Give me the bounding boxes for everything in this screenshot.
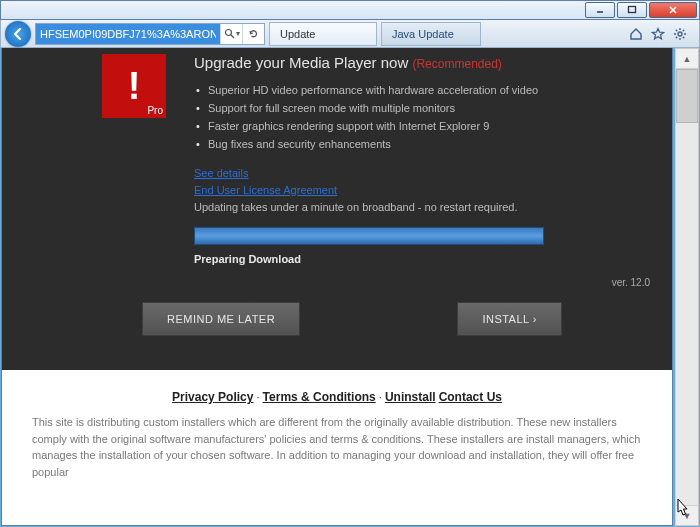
gear-icon	[673, 27, 687, 41]
toolbar-right	[621, 27, 695, 41]
action-row: REMIND ME LATER INSTALL ›	[2, 288, 672, 350]
home-icon	[629, 27, 643, 41]
window-controls	[585, 2, 697, 18]
upgrade-heading: Upgrade your Media Player now (Recommend…	[194, 54, 652, 71]
svg-line-14	[683, 29, 684, 30]
privacy-link[interactable]: Privacy Policy	[172, 390, 253, 404]
feature-item: Bug fixes and security enhancements	[194, 135, 652, 153]
url-input[interactable]	[36, 24, 220, 44]
install-button[interactable]: INSTALL ›	[457, 302, 562, 336]
svg-point-6	[678, 32, 682, 36]
address-bar: ▾	[35, 23, 265, 45]
tab-java-update[interactable]: Java Update	[381, 22, 481, 46]
tab-update[interactable]: Update	[269, 22, 377, 46]
browser-toolbar: ▾ Update Java Update	[0, 20, 700, 48]
progress-status: Preparing Download	[194, 253, 652, 265]
recommended-label: (Recommended)	[412, 57, 501, 71]
see-details-link[interactable]: See details	[194, 165, 652, 182]
exclamation-icon: !	[128, 67, 141, 105]
svg-rect-1	[629, 7, 636, 13]
svg-line-5	[231, 35, 234, 38]
refresh-icon	[248, 28, 259, 39]
window-titlebar	[0, 0, 700, 20]
close-button[interactable]	[649, 2, 697, 18]
update-note: Updating takes under a minute on broadba…	[194, 201, 652, 213]
scroll-thumb[interactable]	[676, 69, 698, 123]
search-icon	[224, 28, 235, 39]
minimize-button[interactable]	[585, 2, 615, 18]
svg-line-11	[676, 29, 677, 30]
alert-badge: ! Pro	[102, 54, 166, 118]
feature-item: Superior HD video performance with hardw…	[194, 81, 652, 99]
terms-link[interactable]: Terms & Conditions	[263, 390, 376, 404]
tools-button[interactable]	[673, 27, 687, 41]
feature-item: Faster graphics rendering support with I…	[194, 117, 652, 135]
version-label: ver. 12.0	[2, 275, 672, 288]
search-button[interactable]: ▾	[220, 24, 242, 44]
star-icon	[651, 27, 665, 41]
progress-bar	[194, 227, 544, 245]
feature-item: Support for full screen mode with multip…	[194, 99, 652, 117]
back-button[interactable]	[5, 21, 31, 47]
refresh-button[interactable]	[242, 24, 264, 44]
tab-label: Update	[280, 28, 315, 40]
favorites-button[interactable]	[651, 27, 665, 41]
remind-later-button[interactable]: REMIND ME LATER	[142, 302, 300, 336]
scroll-down-button[interactable]: ▼	[676, 505, 698, 525]
svg-point-4	[225, 30, 231, 36]
home-button[interactable]	[629, 27, 643, 41]
tab-label: Java Update	[392, 28, 454, 40]
svg-line-13	[676, 36, 677, 37]
disclaimer-text: This site is distributing custom install…	[32, 414, 642, 480]
footer-section: Privacy Policy · Terms & Conditions · Un…	[2, 370, 672, 520]
eula-link[interactable]: End User License Agreement	[194, 182, 652, 199]
pro-label: Pro	[147, 105, 163, 116]
upgrade-panel: ! Pro Upgrade your Media Player now (Rec…	[2, 48, 672, 370]
heading-text: Upgrade your Media Player now	[194, 54, 408, 71]
page-viewport: ! Pro Upgrade your Media Player now (Rec…	[1, 48, 673, 526]
uninstall-link[interactable]: Uninstall	[385, 390, 436, 404]
arrow-left-icon	[11, 27, 25, 41]
scroll-up-button[interactable]: ▲	[676, 49, 698, 69]
feature-list: Superior HD video performance with hardw…	[194, 81, 652, 153]
footer-links: Privacy Policy · Terms & Conditions · Un…	[32, 390, 642, 404]
vertical-scrollbar[interactable]: ▲ ▼	[675, 48, 699, 526]
svg-line-12	[683, 36, 684, 37]
maximize-button[interactable]	[617, 2, 647, 18]
contact-link[interactable]: Contact Us	[439, 390, 502, 404]
